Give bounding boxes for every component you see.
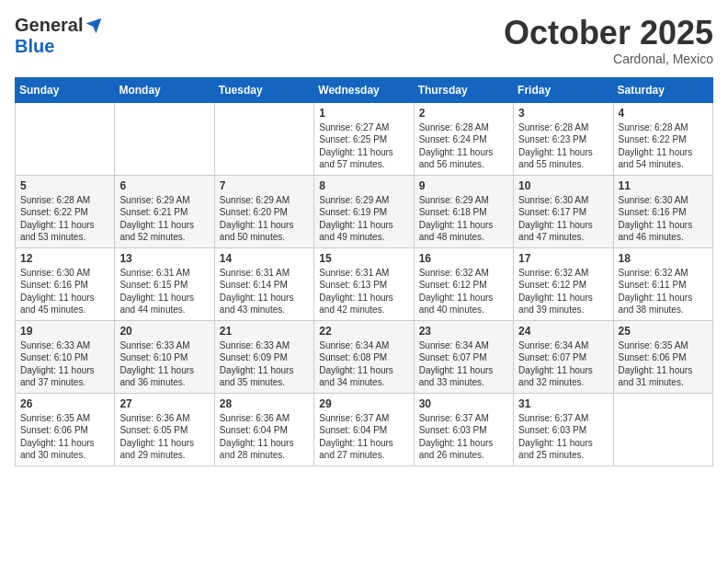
logo-bird-icon [85, 17, 103, 35]
weekday-header: Wednesday [314, 77, 414, 102]
calendar-cell [115, 102, 214, 175]
calendar-cell [214, 102, 313, 175]
day-info: Sunrise: 6:29 AM Sunset: 6:18 PM Dayligh… [419, 194, 508, 244]
day-number: 18 [619, 252, 708, 265]
day-number: 31 [518, 397, 608, 410]
location-subtitle: Cardonal, Mexico [504, 52, 713, 66]
day-number: 21 [220, 325, 309, 338]
day-number: 20 [119, 325, 209, 338]
calendar-cell: 15Sunrise: 6:31 AM Sunset: 6:13 PM Dayli… [314, 247, 414, 320]
calendar-cell: 31Sunrise: 6:37 AM Sunset: 6:03 PM Dayli… [514, 393, 613, 465]
calendar-week-row: 5Sunrise: 6:28 AM Sunset: 6:22 PM Daylig… [16, 175, 713, 247]
day-number: 23 [419, 325, 508, 338]
day-info: Sunrise: 6:33 AM Sunset: 6:09 PM Dayligh… [220, 339, 309, 389]
day-info: Sunrise: 6:31 AM Sunset: 6:14 PM Dayligh… [220, 267, 309, 316]
calendar-cell: 12Sunrise: 6:30 AM Sunset: 6:16 PM Dayli… [16, 247, 115, 320]
day-number: 13 [119, 252, 209, 265]
logo-general-text: General [15, 15, 83, 36]
weekday-header: Sunday [16, 77, 115, 102]
day-number: 1 [319, 107, 408, 120]
day-number: 28 [220, 397, 309, 410]
day-info: Sunrise: 6:29 AM Sunset: 6:20 PM Dayligh… [220, 194, 309, 244]
weekday-header: Tuesday [214, 77, 313, 102]
day-number: 12 [20, 252, 109, 265]
calendar-cell: 2Sunrise: 6:28 AM Sunset: 6:24 PM Daylig… [414, 102, 513, 175]
day-number: 22 [319, 325, 408, 338]
day-info: Sunrise: 6:30 AM Sunset: 6:17 PM Dayligh… [518, 194, 608, 244]
day-number: 6 [119, 179, 209, 192]
day-number: 25 [619, 325, 708, 338]
calendar-cell: 3Sunrise: 6:28 AM Sunset: 6:23 PM Daylig… [514, 102, 613, 175]
day-info: Sunrise: 6:33 AM Sunset: 6:10 PM Dayligh… [119, 339, 209, 389]
month-title: October 2025 [504, 15, 713, 52]
calendar-cell: 23Sunrise: 6:34 AM Sunset: 6:07 PM Dayli… [414, 320, 513, 393]
weekday-header: Thursday [414, 77, 513, 102]
calendar-cell: 14Sunrise: 6:31 AM Sunset: 6:14 PM Dayli… [214, 247, 313, 320]
day-info: Sunrise: 6:32 AM Sunset: 6:12 PM Dayligh… [518, 267, 608, 316]
calendar-cell [613, 393, 712, 465]
calendar-cell: 7Sunrise: 6:29 AM Sunset: 6:20 PM Daylig… [214, 175, 313, 247]
day-number: 24 [518, 325, 608, 338]
calendar-week-row: 19Sunrise: 6:33 AM Sunset: 6:10 PM Dayli… [16, 320, 713, 393]
day-info: Sunrise: 6:36 AM Sunset: 6:04 PM Dayligh… [220, 412, 309, 462]
calendar-cell [16, 102, 115, 175]
logo-blue-text: Blue [15, 36, 54, 57]
day-number: 30 [419, 397, 508, 410]
calendar-week-row: 12Sunrise: 6:30 AM Sunset: 6:16 PM Dayli… [16, 247, 713, 320]
day-info: Sunrise: 6:28 AM Sunset: 6:22 PM Dayligh… [20, 194, 109, 244]
day-info: Sunrise: 6:37 AM Sunset: 6:03 PM Dayligh… [518, 412, 608, 462]
day-number: 10 [518, 179, 608, 192]
calendar-cell: 19Sunrise: 6:33 AM Sunset: 6:10 PM Dayli… [16, 320, 115, 393]
calendar-cell: 11Sunrise: 6:30 AM Sunset: 6:16 PM Dayli… [613, 175, 712, 247]
logo: General Blue [15, 15, 103, 57]
weekday-header: Friday [514, 77, 613, 102]
day-number: 16 [419, 252, 508, 265]
calendar-cell: 26Sunrise: 6:35 AM Sunset: 6:06 PM Dayli… [16, 393, 115, 465]
day-number: 3 [518, 107, 608, 120]
day-info: Sunrise: 6:29 AM Sunset: 6:21 PM Dayligh… [119, 194, 209, 244]
day-info: Sunrise: 6:35 AM Sunset: 6:06 PM Dayligh… [619, 339, 708, 389]
day-info: Sunrise: 6:29 AM Sunset: 6:19 PM Dayligh… [319, 194, 408, 244]
calendar-cell: 1Sunrise: 6:27 AM Sunset: 6:25 PM Daylig… [314, 102, 414, 175]
weekday-header: Monday [115, 77, 214, 102]
calendar-cell: 30Sunrise: 6:37 AM Sunset: 6:03 PM Dayli… [414, 393, 513, 465]
day-info: Sunrise: 6:31 AM Sunset: 6:15 PM Dayligh… [119, 267, 209, 316]
calendar-cell: 29Sunrise: 6:37 AM Sunset: 6:04 PM Dayli… [314, 393, 414, 465]
day-number: 11 [619, 179, 708, 192]
day-number: 14 [220, 252, 309, 265]
calendar-cell: 10Sunrise: 6:30 AM Sunset: 6:17 PM Dayli… [514, 175, 613, 247]
calendar-cell: 13Sunrise: 6:31 AM Sunset: 6:15 PM Dayli… [115, 247, 214, 320]
day-info: Sunrise: 6:36 AM Sunset: 6:05 PM Dayligh… [119, 412, 209, 462]
day-info: Sunrise: 6:34 AM Sunset: 6:07 PM Dayligh… [419, 339, 508, 389]
day-info: Sunrise: 6:32 AM Sunset: 6:11 PM Dayligh… [619, 267, 708, 316]
day-info: Sunrise: 6:31 AM Sunset: 6:13 PM Dayligh… [319, 267, 408, 316]
day-info: Sunrise: 6:32 AM Sunset: 6:12 PM Dayligh… [419, 267, 508, 316]
day-number: 5 [20, 179, 109, 192]
day-number: 4 [619, 107, 708, 120]
calendar-week-row: 1Sunrise: 6:27 AM Sunset: 6:25 PM Daylig… [16, 102, 713, 175]
calendar-cell: 17Sunrise: 6:32 AM Sunset: 6:12 PM Dayli… [514, 247, 613, 320]
day-number: 9 [419, 179, 508, 192]
title-section: October 2025 Cardonal, Mexico [504, 15, 713, 66]
calendar-cell: 22Sunrise: 6:34 AM Sunset: 6:08 PM Dayli… [314, 320, 414, 393]
day-info: Sunrise: 6:34 AM Sunset: 6:07 PM Dayligh… [518, 339, 608, 389]
day-info: Sunrise: 6:30 AM Sunset: 6:16 PM Dayligh… [20, 267, 109, 316]
calendar-cell: 21Sunrise: 6:33 AM Sunset: 6:09 PM Dayli… [214, 320, 313, 393]
calendar-cell: 28Sunrise: 6:36 AM Sunset: 6:04 PM Dayli… [214, 393, 313, 465]
day-info: Sunrise: 6:27 AM Sunset: 6:25 PM Dayligh… [319, 121, 408, 171]
day-number: 2 [419, 107, 508, 120]
weekday-header-row: SundayMondayTuesdayWednesdayThursdayFrid… [16, 77, 713, 102]
calendar-cell: 24Sunrise: 6:34 AM Sunset: 6:07 PM Dayli… [514, 320, 613, 393]
day-number: 15 [319, 252, 408, 265]
weekday-header: Saturday [613, 77, 712, 102]
calendar-cell: 4Sunrise: 6:28 AM Sunset: 6:22 PM Daylig… [613, 102, 712, 175]
day-info: Sunrise: 6:28 AM Sunset: 6:23 PM Dayligh… [518, 121, 608, 171]
day-number: 26 [20, 397, 109, 410]
calendar-table: SundayMondayTuesdayWednesdayThursdayFrid… [15, 77, 713, 466]
day-info: Sunrise: 6:28 AM Sunset: 6:24 PM Dayligh… [419, 121, 508, 171]
calendar-cell: 5Sunrise: 6:28 AM Sunset: 6:22 PM Daylig… [16, 175, 115, 247]
day-number: 7 [220, 179, 309, 192]
calendar-week-row: 26Sunrise: 6:35 AM Sunset: 6:06 PM Dayli… [16, 393, 713, 465]
day-info: Sunrise: 6:33 AM Sunset: 6:10 PM Dayligh… [20, 339, 109, 389]
calendar-cell: 25Sunrise: 6:35 AM Sunset: 6:06 PM Dayli… [613, 320, 712, 393]
